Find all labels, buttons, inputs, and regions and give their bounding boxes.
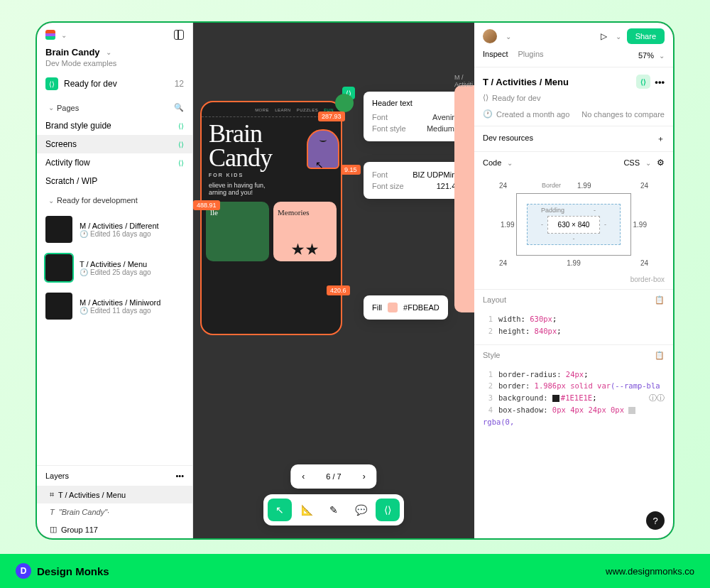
measurement: 9.15 xyxy=(341,165,361,175)
layer-item[interactable]: ◫Group 117 xyxy=(37,521,192,538)
project-subtitle: Dev Mode examples xyxy=(45,59,184,67)
code-dropdown[interactable]: Code⌄ xyxy=(483,158,513,167)
settings-icon[interactable]: ⚙ xyxy=(657,158,665,168)
rfd-heading[interactable]: ⌄ Ready for development xyxy=(37,190,192,210)
layers-heading[interactable]: Layers ••• xyxy=(37,465,192,486)
copy-icon[interactable]: 📋 xyxy=(655,295,665,305)
dev-badge-icon: ⟨⟩ xyxy=(45,77,58,90)
style-code: Style📋 1border-radius: 24px; 2border: 1.… xyxy=(474,344,673,435)
code-icon: ⟨⟩ xyxy=(178,122,184,130)
tile: lle xyxy=(206,202,269,261)
page-item[interactable]: Scratch / WIP xyxy=(37,172,192,190)
thumbnail xyxy=(45,293,72,320)
info-icon[interactable]: ⓘ xyxy=(649,392,657,404)
chevron-down-icon: ⌄ xyxy=(659,52,665,60)
clock-icon: 🕐 xyxy=(80,307,88,315)
project-title[interactable]: Brain Candy xyxy=(45,47,100,58)
more-icon[interactable]: ••• xyxy=(655,77,665,87)
arch-shape[interactable] xyxy=(307,129,339,169)
chevron-down-icon: ⌄ xyxy=(48,197,54,205)
devmode-tool[interactable]: ⟨⟩ xyxy=(376,499,400,521)
dev-resources-heading: Dev resources ＋ xyxy=(474,126,673,152)
avatar[interactable] xyxy=(483,29,497,43)
right-panel: ⌄ ▷ ⌄ Share Inspect Plugins 57% ⌄ T / Ac… xyxy=(474,23,673,538)
comment-tool[interactable]: 💬 xyxy=(349,499,373,521)
footer: D Design Monks www.designmonks.co xyxy=(0,554,710,588)
left-panel: ⌄ Brain Candy ⌄ Dev Mode examples ⟨⟩ Rea… xyxy=(37,23,193,538)
search-icon[interactable]: 🔍 xyxy=(174,103,184,112)
frame-icon: ⌗ xyxy=(50,490,54,499)
thumbnail xyxy=(45,216,72,243)
rfd-item[interactable]: M / Activities / Different 🕐Edited 16 da… xyxy=(37,210,192,249)
canvas[interactable]: ⟨⟩ MORELEARNPUZZLESFUN Brain Candy FOR K… xyxy=(193,23,474,538)
pager-prev-button[interactable]: ‹ xyxy=(290,464,316,489)
pager-label: 6 / 7 xyxy=(316,472,351,481)
group-icon: ◫ xyxy=(50,525,57,534)
layout-code: Layout📋 1width: 630px; 2height: 840px; xyxy=(474,289,673,344)
chevron-down-icon: ⌄ xyxy=(616,33,621,40)
tab-plugins[interactable]: Plugins xyxy=(518,50,543,61)
color-swatch xyxy=(628,407,635,414)
more-icon[interactable]: ••• xyxy=(175,472,184,480)
css-dropdown[interactable]: CSS⌄ xyxy=(623,158,651,167)
tagline: elieve in having fun, arning and you! xyxy=(202,180,341,202)
move-tool[interactable]: ↖ xyxy=(268,499,292,521)
play-icon[interactable]: ▷ xyxy=(601,31,607,41)
chevron-down-icon: ⌄ xyxy=(61,31,67,39)
chevron-down-icon: ⌄ xyxy=(48,104,54,111)
status-ready-row[interactable]: ⟨⟩ Ready for dev 12 xyxy=(37,73,192,94)
device-frame: ⌄ Brain Candy ⌄ Dev Mode examples ⟨⟩ Rea… xyxy=(36,21,674,540)
brand-url: www.designmonks.co xyxy=(606,566,694,577)
pages-heading[interactable]: ⌄ Pages 🔍 xyxy=(37,99,192,116)
page-item[interactable]: Brand style guide⟨⟩ xyxy=(37,116,192,135)
star-icon xyxy=(306,243,319,256)
box-type: border-box xyxy=(474,276,673,289)
measurement: 420.6 xyxy=(327,285,350,295)
pager: ‹ 6 / 7 › xyxy=(290,464,376,489)
frame-label: M / Activiti xyxy=(454,74,474,88)
pager-next-button[interactable]: › xyxy=(351,464,377,489)
popup-fill: Fill #FDBEAD xyxy=(364,295,448,320)
sidebar-toggle-icon[interactable] xyxy=(174,30,184,40)
clock-icon: 🕐 xyxy=(80,268,88,276)
page-item[interactable]: Screens⟨⟩ xyxy=(37,135,192,153)
annotate-tool[interactable]: ✎ xyxy=(322,499,346,521)
copy-icon[interactable]: 📋 xyxy=(655,351,665,360)
tab-inspect[interactable]: Inspect xyxy=(483,50,508,61)
page-item[interactable]: Activity flow⟨⟩ xyxy=(37,153,192,172)
status-label: Ready for dev xyxy=(64,79,117,89)
star-icon xyxy=(292,243,305,256)
thumbnail xyxy=(45,254,72,281)
brand-logo-icon: D xyxy=(16,563,31,579)
clock-icon: 🕐 xyxy=(80,230,88,238)
help-button[interactable]: ? xyxy=(646,511,665,530)
clover-icon xyxy=(335,94,354,112)
status-count: 12 xyxy=(175,79,184,89)
chevron-down-icon: ⌄ xyxy=(506,33,511,40)
color-swatch xyxy=(552,395,559,402)
layer-item[interactable]: ⌗T / Activities / Menu xyxy=(37,486,192,503)
layer-item[interactable]: T"Brain Candy"· xyxy=(37,503,192,521)
brand-name: Design Monks xyxy=(37,565,109,577)
selection-title: T / Activities / Menu xyxy=(483,77,569,87)
info-icon[interactable]: ⓘ xyxy=(657,392,665,404)
zoom-level[interactable]: 57% ⌄ xyxy=(638,51,665,60)
app: ⌄ Brain Candy ⌄ Dev Mode examples ⟨⟩ Rea… xyxy=(37,23,673,538)
code-icon: ⟨⟩ xyxy=(483,93,488,102)
box-model: 24 24 24 24 1.99 1.99 1.99 Border 1.99 P… xyxy=(474,173,673,276)
measure-tool[interactable]: 📐 xyxy=(295,499,319,521)
measurement: 488.91 xyxy=(193,200,220,210)
toolbar: ↖ 📐 ✎ 💬 ⟨⟩ xyxy=(263,494,404,526)
popup-header-text: Header text FontAvenir Font styleMedium xyxy=(364,92,463,141)
share-button[interactable]: Share xyxy=(627,28,665,44)
code-icon: ⟨⟩ xyxy=(178,141,184,148)
plus-icon[interactable]: ＋ xyxy=(657,134,665,144)
rfd-item[interactable]: T / Activities / Menu 🕐Edited 25 days ag… xyxy=(37,249,192,287)
clock-icon: 🕐 xyxy=(483,109,493,119)
rfd-item[interactable]: M / Activities / Miniword 🕐Edited 11 day… xyxy=(37,287,192,325)
code-icon: ⟨⟩ xyxy=(178,159,184,167)
dev-tag-icon[interactable]: ⟨⟩ xyxy=(636,75,650,89)
tile-memories: Memories xyxy=(273,202,337,261)
text-icon: T xyxy=(50,508,55,516)
figma-menu[interactable]: ⌄ xyxy=(45,30,67,40)
